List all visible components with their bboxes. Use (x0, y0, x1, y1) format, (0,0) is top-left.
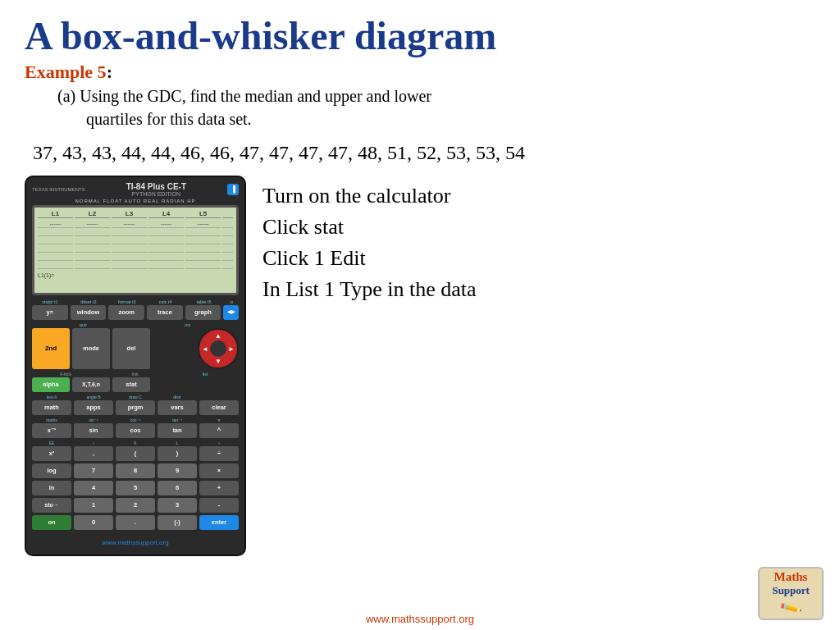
screen-row-6 (38, 261, 233, 269)
btn-vars[interactable]: vars (158, 400, 197, 415)
screen-header: L1 L2 L3 L4 L5 (38, 210, 233, 218)
btn-row-trig: x⁻¹ sin cos tan ^ (32, 423, 239, 438)
btn-2[interactable]: 2 (116, 498, 155, 513)
cell-5-6 (222, 253, 233, 261)
lbl-test: test A (32, 395, 71, 399)
nav-inner-enter[interactable] (210, 340, 226, 357)
btn-4-label: 4 (92, 484, 95, 491)
btn-9[interactable]: 9 (158, 463, 197, 478)
btn-rparen-label: ) (176, 450, 179, 457)
btn-row-2nd: 2nd mode del ▲ ▼ ◄ ► (32, 328, 239, 369)
btn-0[interactable]: 0 (74, 515, 113, 530)
lbl-i: i (74, 441, 113, 445)
btn-lparen[interactable]: ( (116, 446, 155, 461)
btn-stat[interactable]: stat (112, 377, 150, 392)
calc-screen: L1 L2 L3 L4 L5 ------ ------ ------ ----… (32, 205, 239, 295)
btn-rparen[interactable]: ) (158, 446, 197, 461)
top-lbl-format: format t3 (109, 299, 145, 304)
btn-on[interactable]: on (32, 515, 71, 530)
btn-trace[interactable]: trace (147, 305, 183, 320)
lbl-cos-inv: cos⁻¹ (116, 418, 155, 422)
nav-down-arrow[interactable]: ▼ (215, 358, 221, 365)
example-colon: : (107, 62, 112, 82)
screen-row-4 (38, 244, 233, 253)
btn-prgm[interactable]: prgm (116, 400, 155, 415)
btn-math[interactable]: math (32, 400, 71, 415)
btn-graph[interactable]: graph (185, 305, 221, 320)
cell-4-2 (75, 244, 110, 253)
btn-x-inv[interactable]: x⁻¹ (32, 423, 71, 438)
cell-6-4 (148, 261, 184, 269)
cell-2-6 (222, 228, 233, 236)
screen-row-3 (38, 236, 233, 244)
btn-neg[interactable]: (-) (158, 515, 197, 530)
btn-div[interactable]: ÷ (199, 446, 239, 461)
btn-xtan[interactable]: X,T,θ,n (72, 377, 110, 392)
btn-enter[interactable]: enter (199, 515, 239, 530)
btn-6[interactable]: 6 (158, 481, 197, 495)
top-lbl-tblset: tblset t2 (71, 299, 107, 304)
btn-4[interactable]: 4 (74, 481, 113, 495)
btn-comma[interactable]: , (74, 446, 113, 461)
btn-apps[interactable]: apps (74, 400, 113, 415)
btn-sq[interactable]: x² (32, 446, 71, 461)
btn-1[interactable]: 1 (74, 498, 113, 513)
btn-on-label: on (48, 518, 55, 526)
btn-alpha[interactable]: alpha (32, 377, 70, 392)
nav-up-arrow[interactable]: ▲ (215, 332, 221, 340)
lbl-alock: A-lock (32, 372, 99, 377)
lbl-r (199, 395, 239, 399)
cell-3-1 (38, 236, 73, 244)
btn-sin[interactable]: sin (74, 423, 113, 438)
nav-outer-ring: ▲ ▼ ◄ ► (198, 328, 239, 369)
btn-5[interactable]: 5 (116, 481, 155, 495)
btn-mult[interactable]: × (199, 463, 239, 478)
btn-neg-label: (-) (174, 518, 180, 526)
btn-zoom[interactable]: zoom (108, 305, 144, 320)
btn-2-label: 2 (134, 501, 137, 509)
btn-7[interactable]: 7 (74, 463, 113, 478)
screen-row-1: ------ ------ ------ ------ ------ (38, 220, 233, 228)
btn-del[interactable]: del (112, 328, 150, 369)
nav-right-arrow[interactable]: ► (228, 345, 235, 352)
calc-brand-left: TEXAS INSTRUMENTS (32, 187, 85, 192)
btn-8[interactable]: 8 (116, 463, 155, 478)
col-l5: L5 (185, 210, 221, 218)
calc-website: www.mathssupport.org (32, 533, 239, 548)
btn-mode[interactable]: mode (72, 328, 110, 369)
btn-minus[interactable]: - (199, 498, 239, 513)
nav-left-arrow[interactable]: ◄ (202, 345, 208, 352)
logo-maths-text: Maths (774, 570, 808, 584)
btn-window[interactable]: window (71, 305, 107, 320)
btn-plus[interactable]: + (199, 481, 239, 495)
cell-4-4 (148, 244, 184, 253)
btn-cos[interactable]: cos (116, 423, 155, 438)
btn-io-label: ◀▶ (227, 309, 235, 315)
btn-xtan-label: X,T,θ,n (82, 381, 100, 388)
data-set: 37, 43, 43, 44, 44, 46, 46, 47, 47, 47, … (33, 142, 815, 164)
btn-sq-label: x² (49, 450, 55, 457)
col-l1: L1 (38, 210, 73, 218)
btn-caret[interactable]: ^ (199, 423, 239, 438)
btn-tan[interactable]: tan (158, 423, 197, 438)
btn-apps-label: apps (86, 404, 101, 411)
btn-ln[interactable]: ln (32, 481, 71, 495)
btn-y-equals[interactable]: y= (32, 305, 68, 320)
btn-sto[interactable]: sto→ (32, 498, 71, 513)
screen-data-rows: ------ ------ ------ ------ ------ (38, 220, 233, 269)
btn-2nd[interactable]: 2nd (32, 328, 70, 369)
btn-row-on: on 0 . (-) enter (32, 515, 239, 530)
maths-support-logo: Maths Support ✏️ (758, 567, 824, 620)
btn-clear[interactable]: clear (199, 400, 239, 415)
btn-math-label: math (44, 404, 59, 411)
btn-dot-label: . (135, 518, 136, 526)
instructions-panel: Turn on the calculator Click stat Click … (262, 176, 815, 308)
btn-dot[interactable]: . (116, 515, 155, 530)
btn-caret-label: ^ (217, 427, 221, 434)
lbl-ins: ins (137, 322, 240, 327)
btn-io[interactable]: ◀▶ (223, 305, 239, 320)
btn-ln-label: ln (49, 484, 55, 491)
btn-log[interactable]: log (32, 463, 71, 478)
btn-3[interactable]: 3 (158, 498, 197, 513)
lbl-k: K (116, 441, 155, 445)
